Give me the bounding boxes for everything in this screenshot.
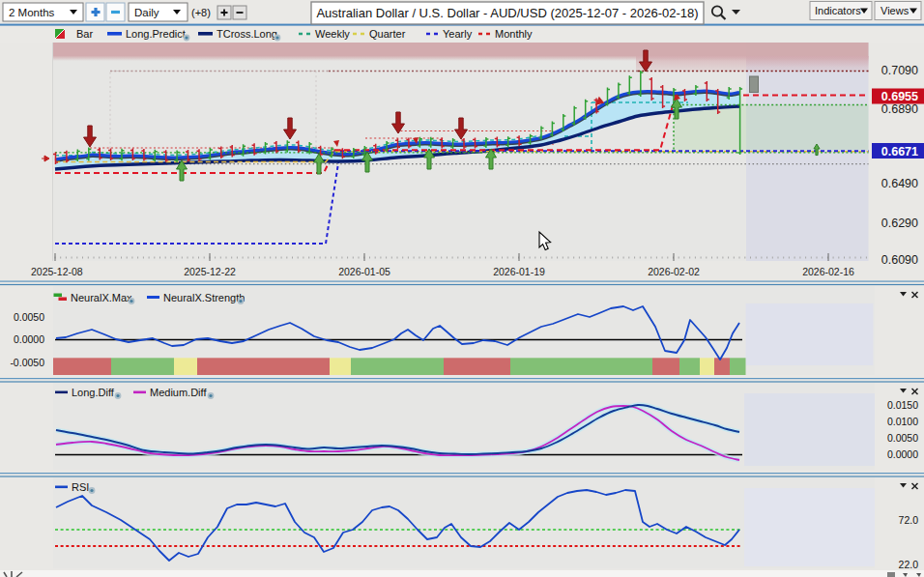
svg-text:(+8): (+8): [191, 7, 211, 18]
svg-text:0.0150: 0.0150: [887, 399, 918, 411]
svg-text:0.6671: 0.6671: [881, 145, 918, 159]
svg-text:TCross.Long: TCross.Long: [217, 28, 277, 40]
svg-text:Monthly: Monthly: [495, 28, 533, 40]
svg-text:Medium.Diff: Medium.Diff: [150, 387, 207, 398]
svg-text:72.0: 72.0: [899, 514, 919, 526]
svg-text:2026-01-05: 2026-01-05: [338, 266, 390, 277]
svg-text:NeuralX.Strength: NeuralX.Strength: [163, 292, 245, 303]
svg-text:Long.Diff: Long.Diff: [72, 387, 115, 398]
svg-text:22.0: 22.0: [899, 559, 919, 570]
svg-text:Bar: Bar: [76, 28, 93, 40]
svg-text:Quarter: Quarter: [369, 28, 406, 40]
svg-text:2 Months: 2 Months: [9, 7, 55, 18]
svg-text:0.0050: 0.0050: [887, 432, 918, 444]
svg-text:Views: Views: [881, 5, 910, 16]
svg-text:2026-02-16: 2026-02-16: [802, 266, 854, 277]
svg-text:0.0100: 0.0100: [887, 416, 918, 427]
svg-text:0.7090: 0.7090: [881, 64, 918, 77]
svg-text:2026-02-02: 2026-02-02: [648, 266, 700, 277]
svg-text:Long.Predict: Long.Predict: [126, 28, 186, 40]
svg-text:Australian Dollar / U.S. Dolla: Australian Dollar / U.S. Dollar - AUD/US…: [316, 6, 698, 20]
svg-text:0.6290: 0.6290: [881, 216, 918, 230]
svg-text:0.0050: 0.0050: [14, 311, 44, 323]
svg-text:0.0000: 0.0000: [14, 333, 44, 345]
svg-text:Yearly: Yearly: [443, 28, 473, 40]
svg-text:0.0000: 0.0000: [887, 448, 918, 460]
svg-text:0.6890: 0.6890: [881, 102, 918, 116]
svg-text:Indicators: Indicators: [815, 5, 861, 16]
svg-text:RSI: RSI: [72, 481, 89, 493]
svg-text:2025-12-08: 2025-12-08: [31, 266, 83, 277]
svg-text:-0.0050: -0.0050: [10, 357, 44, 368]
svg-text:0.6090: 0.6090: [881, 253, 918, 267]
svg-text:Daily: Daily: [134, 7, 159, 18]
svg-text:Weekly: Weekly: [315, 28, 350, 40]
svg-text:NeuralX.Max: NeuralX.Max: [71, 292, 132, 303]
svg-text:0.6490: 0.6490: [881, 177, 918, 190]
svg-text:2026-01-19: 2026-01-19: [493, 266, 545, 277]
svg-text:0.6955: 0.6955: [881, 90, 918, 103]
svg-text:2025-12-22: 2025-12-22: [184, 266, 236, 277]
